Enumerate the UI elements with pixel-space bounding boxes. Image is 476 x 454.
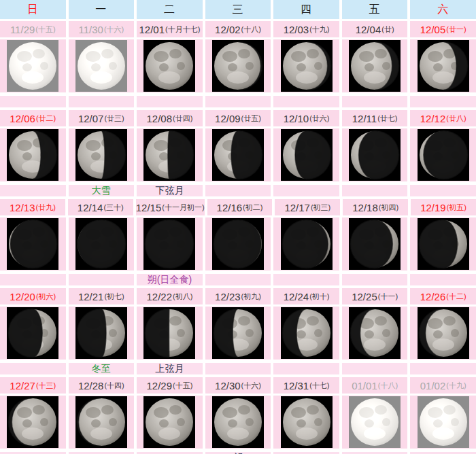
date-cell-12-15: 12/15(十一月初一) — [136, 199, 205, 215]
moon-image-11-30 — [75, 40, 127, 92]
date-label-12-07: 12/07 — [78, 113, 104, 124]
date-cell-12-17: 12/17(初三) — [275, 199, 340, 215]
date-cell-12-22: 12/22(初八) — [137, 288, 203, 304]
moon-image-12-29 — [143, 396, 195, 448]
note-row-week-2: 大雪下弦月 — [0, 185, 476, 196]
date-label-12-17: 12/17 — [284, 202, 310, 213]
date-cell-12-30: 12/30(十六) — [205, 377, 271, 394]
date-label-12-15: 12/15 — [136, 202, 162, 213]
note-cell-12-20 — [0, 363, 66, 374]
date-label-12-05: 12/05 — [420, 24, 446, 35]
lunar-date-label-12-15: (十一月初一) — [162, 203, 204, 213]
calendar-body: 11/29(十五)11/30(十六)12/01(十月十七)12/02(十八)12… — [0, 21, 476, 454]
date-label-12-31: 12/31 — [284, 380, 309, 391]
note-cell-12-22: 上弦月 — [137, 363, 203, 374]
moon-row-week-5 — [0, 396, 476, 449]
date-cell-12-08: 12/08(廿四) — [137, 110, 203, 126]
date-cell-12-29: 12/29(十五) — [137, 377, 203, 394]
moon-image-12-28 — [75, 396, 127, 448]
date-label-12-14: 12/14 — [78, 202, 103, 213]
moon-cell-12-06 — [0, 128, 66, 181]
moon-image-12-23 — [212, 307, 264, 359]
date-label-12-20: 12/20 — [10, 291, 35, 302]
note-cell-12-14 — [69, 274, 135, 285]
date-cell-12-19: 12/19(初五) — [411, 199, 476, 215]
note-cell-12-24 — [273, 363, 339, 374]
lunar-date-label-12-29: (十五) — [173, 381, 192, 391]
date-row-week-2: 12/06(廿二)12/07(廿三)12/08(廿四)12/09(廿五)12/1… — [0, 110, 476, 126]
date-label-12-04: 12/04 — [356, 24, 381, 35]
lunar-date-label-12-13: (廿九) — [36, 203, 56, 213]
date-cell-12-21: 12/21(初七) — [69, 288, 135, 304]
date-row-week-1: 11/29(十五)11/30(十六)12/01(十月十七)12/02(十八)12… — [0, 21, 476, 37]
moon-cell-12-26 — [410, 307, 476, 360]
date-label-12-19: 12/19 — [420, 202, 446, 213]
date-cell-12-23: 12/23(初九) — [205, 288, 271, 304]
lunar-date-label-12-22: (初八) — [173, 292, 192, 302]
note-cell-12-25 — [342, 363, 408, 374]
date-cell-01-02: 01/02(十九) — [410, 377, 476, 394]
lunar-date-label-12-17: (初三) — [311, 203, 330, 213]
lunar-date-label-12-27: (十三) — [36, 381, 56, 391]
lunar-date-label-12-02: (十八) — [241, 24, 261, 35]
moon-image-01-01 — [349, 396, 401, 448]
date-cell-12-06: 12/06(廿二) — [0, 110, 66, 126]
moon-cell-12-29 — [137, 396, 203, 449]
moon-cell-11-30 — [69, 39, 135, 92]
moon-image-01-02 — [418, 396, 469, 448]
moon-cell-12-28 — [69, 396, 135, 449]
moon-image-12-11 — [349, 129, 401, 181]
note-cell-12-26 — [410, 363, 476, 374]
note-cell-11-29 — [0, 96, 66, 107]
note-cell-12-05 — [410, 96, 476, 107]
moon-cell-12-07 — [69, 128, 135, 181]
lunar-date-label-12-31: (十七) — [309, 381, 329, 391]
moon-cell-11-29 — [0, 39, 66, 92]
note-cell-12-01 — [137, 96, 203, 107]
date-label-12-18: 12/18 — [352, 202, 378, 213]
date-cell-12-31: 12/31(十七) — [273, 377, 339, 394]
moon-cell-12-31 — [273, 396, 339, 449]
moon-image-12-14 — [75, 218, 127, 270]
lunar-date-label-01-01: (十八) — [378, 381, 398, 391]
weekday-header-fri: 五 — [342, 0, 408, 19]
date-label-12-09: 12/09 — [215, 113, 241, 124]
date-cell-12-14: 12/14(三十) — [68, 199, 133, 215]
moon-image-12-19 — [418, 218, 469, 270]
date-cell-12-27: 12/27(十三) — [0, 377, 66, 394]
date-cell-12-07: 12/07(廿三) — [69, 110, 135, 126]
moon-image-12-10 — [281, 129, 333, 181]
moon-cell-12-04 — [342, 39, 408, 92]
note-label-12-21: 冬至 — [92, 363, 111, 374]
moon-image-12-15 — [143, 218, 195, 270]
note-cell-12-11 — [342, 185, 408, 196]
date-label-12-02: 12/02 — [215, 24, 241, 35]
date-label-12-10: 12/10 — [284, 113, 309, 124]
moon-image-12-21 — [75, 307, 127, 359]
moon-image-12-20 — [7, 307, 58, 359]
date-label-12-29: 12/29 — [146, 380, 172, 391]
lunar-date-label-12-28: (十四) — [104, 381, 124, 391]
date-label-01-02: 01/02 — [420, 380, 446, 391]
date-cell-12-26: 12/26(十二) — [410, 288, 476, 304]
date-cell-12-20: 12/20(初六) — [0, 288, 66, 304]
lunar-date-label-12-05: (廿一) — [446, 24, 466, 35]
note-cell-12-06 — [0, 185, 66, 196]
note-cell-12-19 — [410, 274, 476, 285]
moon-image-12-25 — [349, 307, 401, 359]
note-cell-12-10 — [273, 185, 339, 196]
weekday-header-wed: 三 — [205, 0, 271, 19]
lunar-date-label-12-19: (初五) — [447, 203, 466, 213]
lunar-date-label-12-14: (三十) — [103, 203, 123, 213]
lunar-date-label-12-26: (十二) — [446, 292, 466, 302]
moon-cell-12-30 — [205, 396, 271, 449]
date-cell-11-30: 11/30(十六) — [69, 21, 135, 37]
date-label-12-03: 12/03 — [284, 24, 309, 35]
date-cell-12-18: 12/18(初四) — [343, 199, 408, 215]
moon-cell-12-13 — [0, 217, 66, 270]
moon-row-week-3 — [0, 217, 476, 270]
moon-row-week-1 — [0, 39, 476, 92]
moon-cell-12-14 — [69, 217, 135, 270]
date-cell-12-02: 12/02(十八) — [205, 21, 271, 37]
moon-row-week-2 — [0, 128, 476, 181]
